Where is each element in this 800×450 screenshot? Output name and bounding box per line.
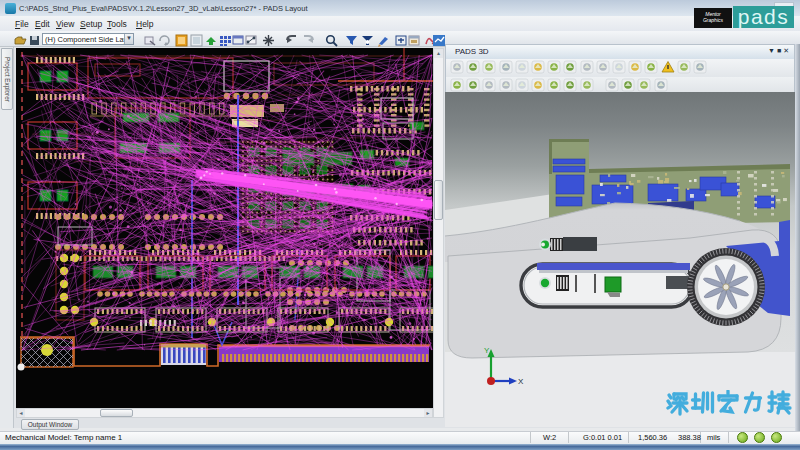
svg-text:Y: Y <box>484 346 490 355</box>
svg-text:X: X <box>518 377 524 386</box>
